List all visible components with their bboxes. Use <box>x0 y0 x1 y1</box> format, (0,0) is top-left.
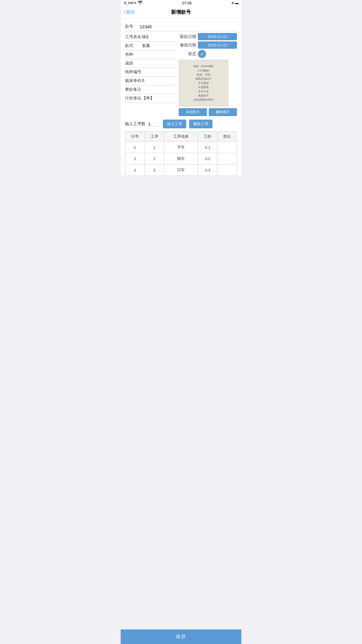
location-icon: ⊕ <box>231 1 234 5</box>
cell-gongjia: 0.1 <box>198 142 217 153</box>
status-left: 无 SIM卡 <box>124 1 143 5</box>
buzhong-label: 布种 <box>125 52 142 57</box>
page-title: 新增款号 <box>171 9 191 15</box>
chengfen-label: 成份 <box>125 61 142 66</box>
image-content: 成份：95.8%涤纶4.2%氨纶机洗、手洗最高水温30℃不可氯漂中温熨烫不可干洗… <box>179 60 228 106</box>
xiugai-value[interactable]: 2019-11-12 <box>198 41 237 49</box>
xinkuan-value[interactable]: 2019-11-12 <box>198 33 237 40</box>
zhiyang-label: 纸样编号 <box>125 69 142 75</box>
status-right: ⊕ ▬ <box>231 1 238 5</box>
xiugai-label: 修改日期 <box>179 43 196 48</box>
table-row[interactable]: 3 3 冚车 0.3 <box>125 164 237 176</box>
table-row[interactable]: 2 2 锁车 0.2 <box>125 153 237 164</box>
gongxu-value: 001 <box>142 34 176 39</box>
image-box: 成份：95.8%涤纶4.2%氨纶机洗、手洗最高水温30℃不可氯漂中温熨烫不可干洗… <box>179 60 228 106</box>
table-header: 行号 工序 工序名称 工价 部位 <box>125 132 237 142</box>
sim-text: 无 SIM卡 <box>124 1 137 5</box>
caichuang-value: 0 <box>142 78 176 83</box>
kuanshi-value: 女装 <box>142 43 176 48</box>
image-text: 成份：95.8%涤纶4.2%氨纶机洗、手洗最高水温30℃不可氯漂中温熨烫不可干洗… <box>192 64 215 102</box>
zhuangtai-label: 状态 <box>179 51 196 57</box>
xiugai-row: 修改日期 2019-11-12 <box>179 41 237 49</box>
zhuangtai-row: 状态 ✓ <box>179 50 237 58</box>
chengfen-row: 成份 <box>125 59 176 68</box>
cell-gongjia: 0.2 <box>198 153 217 164</box>
jijia-label: 计价单位 <box>125 96 142 101</box>
kuanshi-label: 款式 <box>125 43 142 48</box>
cell-gongxu: 1 <box>145 142 164 153</box>
col-gongxu: 工序 <box>145 132 164 142</box>
caichuang-row: 裁床单价 0 <box>125 77 176 85</box>
cell-gongxuname: 锁车 <box>164 153 198 164</box>
cell-hang: 3 <box>125 164 145 176</box>
gongxu-label: 工序表名 <box>125 34 142 40</box>
delete-image-button[interactable]: 删除图片 <box>209 108 237 116</box>
jijia-row: 计价单位 【件】 <box>125 94 176 103</box>
cell-gongxuname: 平车 <box>164 142 198 153</box>
zhiyang-row: 纸样编号 <box>125 68 176 77</box>
wifi-icon <box>138 1 143 5</box>
kuanhao-label: 款号 <box>125 24 137 29</box>
kuanhao-row: 款号 12345 <box>125 22 237 31</box>
status-bar: 无 SIM卡 07:06 ⊕ ▬ <box>121 0 241 6</box>
cell-buwei <box>217 153 237 164</box>
nav-bar: ‹ 返回 新增款号 <box>121 6 241 19</box>
cell-buwei <box>217 164 237 176</box>
table-body: 1 1 平车 0.1 2 2 锁车 0.2 3 3 冚车 0.3 <box>125 142 237 176</box>
insert-gongxu-button[interactable]: 插入工序 <box>163 120 186 128</box>
caichuang-label: 裁床单价 <box>125 78 142 83</box>
xinkuan-label: 新款日期 <box>179 34 196 39</box>
col-gongjia: 工价 <box>198 132 217 142</box>
gongxu-number-input[interactable] <box>148 122 160 127</box>
xinkuan-row: 新款日期 2019-11-12 <box>179 33 237 40</box>
kuanshi-row: 款式 女装 <box>125 42 176 50</box>
cell-gongxu: 2 <box>145 153 164 164</box>
chevron-left-icon: ‹ <box>124 9 125 15</box>
form-content: 款号 12345 工序表名 001 款式 女装 布种 成份 <box>121 19 241 176</box>
cell-hang: 2 <box>125 153 145 164</box>
cell-gongxu: 3 <box>145 164 164 176</box>
gray-area <box>121 176 241 293</box>
gongxu-input-row: 输入工序数 插入工序 删除工序 <box>125 118 237 131</box>
cell-gongjia: 0.3 <box>198 164 217 176</box>
col-buwei: 部位 <box>217 132 237 142</box>
col-hang: 行号 <box>125 132 145 142</box>
buzhong-row: 布种 <box>125 50 176 59</box>
gongxu-table: 行号 工序 工序名称 工价 部位 1 1 平车 0.1 2 2 锁车 0.2 3… <box>125 131 237 176</box>
status-check-icon[interactable]: ✓ <box>198 50 206 58</box>
kuanhao-value: 12345 <box>137 24 152 29</box>
two-col-section: 工序表名 001 款式 女装 布种 成份 纸样编号 <box>125 31 237 118</box>
zhengkuan-row: 整款备注 <box>125 85 176 94</box>
col-gongxuname: 工序名称 <box>164 132 198 142</box>
zhengkuan-label: 整款备注 <box>125 87 142 92</box>
cell-gongxuname: 冚车 <box>164 164 198 176</box>
back-label: 返回 <box>126 9 135 15</box>
jijia-value: 【件】 <box>142 96 176 101</box>
gongxu-row: 工序表名 001 <box>125 33 176 42</box>
table-row[interactable]: 1 1 平车 0.1 <box>125 142 237 153</box>
left-col: 工序表名 001 款式 女装 布种 成份 纸样编号 <box>125 33 179 116</box>
cell-buwei <box>217 142 237 153</box>
cell-hang: 1 <box>125 142 145 153</box>
back-button[interactable]: ‹ 返回 <box>124 9 135 15</box>
image-buttons: 添加图片 删除图片 <box>179 108 237 116</box>
add-image-button[interactable]: 添加图片 <box>179 108 207 116</box>
gongxu-input-label: 输入工序数 <box>125 121 145 127</box>
delete-gongxu-button[interactable]: 删除工序 <box>189 120 212 128</box>
right-col: 新款日期 2019-11-12 修改日期 2019-11-12 状态 ✓ 成份：… <box>179 33 237 116</box>
battery-icon: ▬ <box>235 1 238 5</box>
status-time: 07:06 <box>182 1 192 5</box>
